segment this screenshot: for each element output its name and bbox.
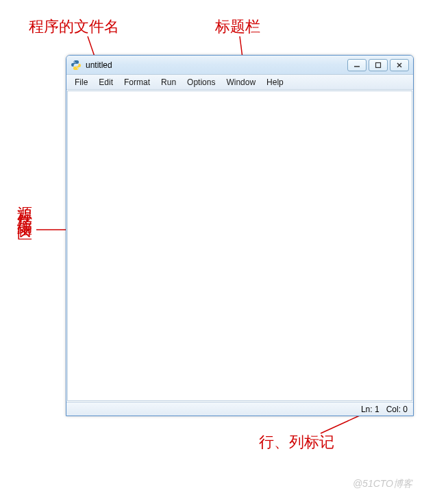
watermark: @51CTO博客 <box>353 478 412 490</box>
titlebar[interactable]: untitled <box>66 56 413 75</box>
close-button[interactable] <box>390 59 409 71</box>
statusbar: Ln: 1 Col: 0 <box>66 402 413 416</box>
menu-format[interactable]: Format <box>119 76 156 88</box>
status-line: Ln: 1 <box>361 405 380 414</box>
menu-options[interactable]: Options <box>182 76 221 88</box>
annotation-statusbar: 行、列标记 <box>259 433 334 451</box>
menu-window[interactable]: Window <box>221 76 261 88</box>
annotation-editor: 源程序编辑区 <box>14 194 35 219</box>
annotation-titlebar: 标题栏 <box>215 18 260 36</box>
minimize-button[interactable] <box>347 59 367 71</box>
window-title: untitled <box>86 60 345 70</box>
svg-point-6 <box>77 68 78 69</box>
svg-point-5 <box>74 61 75 62</box>
editor-area[interactable] <box>67 91 412 401</box>
menu-help[interactable]: Help <box>261 76 289 88</box>
menu-edit[interactable]: Edit <box>93 76 119 88</box>
annotation-filename: 程序的文件名 <box>29 18 119 36</box>
menu-file[interactable]: File <box>69 76 93 88</box>
menubar: File Edit Format Run Options Window Help <box>66 75 413 90</box>
menu-run[interactable]: Run <box>156 76 182 88</box>
svg-rect-8 <box>376 62 381 67</box>
svg-line-4 <box>321 416 360 433</box>
status-col: Col: 0 <box>386 405 408 414</box>
idle-window: untitled File Edit Format Run Options Wi… <box>66 55 414 416</box>
python-icon <box>71 60 82 71</box>
maximize-button[interactable] <box>369 59 388 71</box>
